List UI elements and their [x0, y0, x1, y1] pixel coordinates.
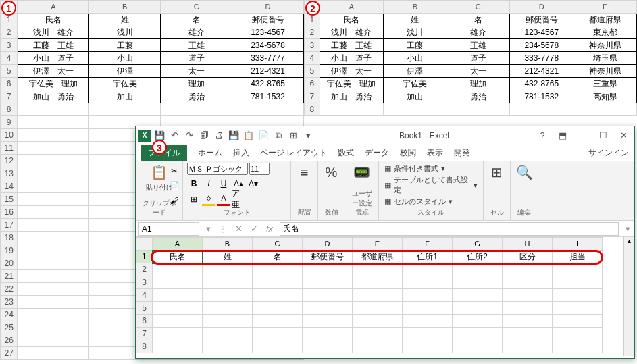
cancel-icon[interactable]: ✕: [231, 224, 247, 234]
editing-icon[interactable]: 🔍: [515, 163, 534, 182]
decrease-font-icon[interactable]: A▾: [247, 177, 260, 190]
font-size-input[interactable]: [249, 163, 270, 175]
italic-icon[interactable]: I: [202, 177, 215, 190]
excel-window: X 💾 ↶ ↷ 🗐 🖨 💾 📋 📄 ⧉ ⊞ ▾ Book1 - Excel ? …: [135, 126, 635, 359]
paste-icon[interactable]: 📋: [150, 163, 169, 182]
badge-1: 1: [1, 1, 16, 16]
tab-home[interactable]: ホーム: [198, 147, 222, 159]
row-1[interactable]: 1: [136, 251, 153, 263]
group-editing: 編集: [515, 208, 534, 219]
col-c[interactable]: C: [161, 1, 232, 14]
fx-icon[interactable]: fx: [262, 224, 277, 234]
font-name-input[interactable]: [187, 163, 248, 175]
border-icon[interactable]: ⊞: [187, 192, 201, 206]
name-box-dropdown-icon[interactable]: ▾: [202, 224, 215, 234]
group-font: フォント: [187, 208, 286, 219]
tab-review[interactable]: 校閲: [400, 147, 416, 159]
name-box[interactable]: [138, 222, 199, 236]
tab-formulas[interactable]: 数式: [338, 147, 354, 159]
qat-icon[interactable]: 🖨: [213, 130, 225, 142]
cut-icon[interactable]: ✂: [168, 164, 181, 178]
group-number: 数値: [322, 208, 340, 219]
col-B[interactable]: B: [203, 238, 253, 251]
col-a[interactable]: A: [18, 1, 89, 14]
col-G[interactable]: G: [453, 238, 503, 251]
col-d[interactable]: D: [232, 1, 304, 14]
sheet2-table: A B C D E 1氏名姓名郵便番号都道府県 2浅川 雄介浅川雄介123-45…: [304, 0, 637, 116]
col-D[interactable]: D: [303, 238, 353, 251]
col-F[interactable]: F: [403, 238, 453, 251]
font-color-icon[interactable]: A: [217, 192, 230, 206]
window-title: Book1 - Excel: [314, 131, 534, 140]
col-H[interactable]: H: [503, 238, 553, 251]
expand-formula-icon[interactable]: ▾: [621, 224, 634, 234]
format-painter-icon[interactable]: 🖌: [168, 194, 181, 207]
enter-icon[interactable]: ✓: [247, 224, 262, 234]
ribbon-options-icon[interactable]: ⬒: [555, 130, 571, 140]
tab-insert[interactable]: 挿入: [233, 147, 249, 159]
cell-styles-button[interactable]: ▦ セルのスタイル ▾: [383, 196, 479, 207]
badge-3: 3: [152, 140, 167, 155]
col-b[interactable]: B: [89, 1, 161, 14]
format-table-button[interactable]: ▦ テーブルとして書式設定 ▾: [383, 174, 479, 196]
select-all[interactable]: [136, 238, 153, 251]
formula-bar: ▾ ⋮ ✕ ✓ fx ▾: [136, 221, 634, 237]
close-icon[interactable]: ✕: [615, 130, 632, 140]
formula-input[interactable]: [280, 222, 619, 236]
redo-icon[interactable]: ↷: [183, 130, 195, 142]
tab-data[interactable]: データ: [365, 147, 389, 159]
col-C[interactable]: C: [253, 238, 303, 251]
qat-icon[interactable]: 📄: [257, 130, 270, 142]
phonetic-icon[interactable]: ア亜: [232, 192, 245, 206]
group-cells: セル: [488, 208, 506, 219]
calc-icon[interactable]: 📟: [353, 163, 372, 182]
qat-icon[interactable]: 🗐: [198, 130, 210, 142]
ribbon: 📋貼り付け ✂ 📄 🖌 クリップボード B I U A▴ A▾ ⊞: [136, 161, 634, 221]
conditional-format-button[interactable]: ▦ 条件付き書式 ▾: [383, 163, 479, 174]
sheet-area: A B C D E F G H I 1 氏名 姓 名 郵便番号 都道府県 住所1…: [136, 237, 634, 356]
qat-icon[interactable]: 💾: [228, 130, 240, 142]
fill-color-icon[interactable]: ◊: [202, 192, 215, 206]
cells-icon[interactable]: ⊞: [488, 163, 507, 182]
qat-icon[interactable]: 📋: [243, 130, 255, 142]
signin-link[interactable]: サインイン: [588, 147, 629, 159]
badge-2: 2: [305, 1, 320, 16]
tab-view[interactable]: 表示: [427, 147, 443, 159]
help-icon[interactable]: ?: [534, 130, 551, 140]
excel-logo-icon: X: [138, 130, 151, 142]
col-E[interactable]: E: [353, 238, 403, 251]
qat-icon[interactable]: ⊞: [287, 130, 299, 142]
red-highlight-oval: [151, 250, 603, 265]
underline-icon[interactable]: U: [217, 177, 230, 190]
group-styles: スタイル: [383, 208, 479, 219]
titlebar: X 💾 ↶ ↷ 🗐 🖨 💾 📋 📄 ⧉ ⊞ ▾ Book1 - Excel ? …: [136, 126, 634, 145]
col-A[interactable]: A: [153, 238, 203, 251]
undo-icon[interactable]: ↶: [168, 130, 180, 142]
group-alignment: 配置: [295, 208, 313, 219]
maximize-icon[interactable]: ☐: [595, 130, 611, 140]
tab-developer[interactable]: 開発: [454, 147, 470, 159]
vertical-scrollbar[interactable]: ▴: [623, 237, 634, 356]
ribbon-tabs: ファイル ホーム 挿入 ページ レイアウト 数式 データ 校閲 表示 開発 サイ…: [136, 145, 634, 161]
col-I[interactable]: I: [553, 238, 603, 251]
bold-icon[interactable]: B: [187, 177, 201, 190]
number-icon[interactable]: %: [322, 163, 341, 182]
qat-icon[interactable]: ⧉: [272, 130, 284, 142]
copy-icon[interactable]: 📄: [168, 179, 181, 192]
alignment-icon[interactable]: ≡: [295, 163, 314, 182]
minimize-icon[interactable]: —: [575, 130, 591, 140]
qat-dropdown-icon[interactable]: ▾: [302, 130, 314, 142]
tab-pagelayout[interactable]: ページ レイアウト: [260, 147, 327, 159]
group-calc: ユーザー設定 電卓: [349, 189, 374, 219]
